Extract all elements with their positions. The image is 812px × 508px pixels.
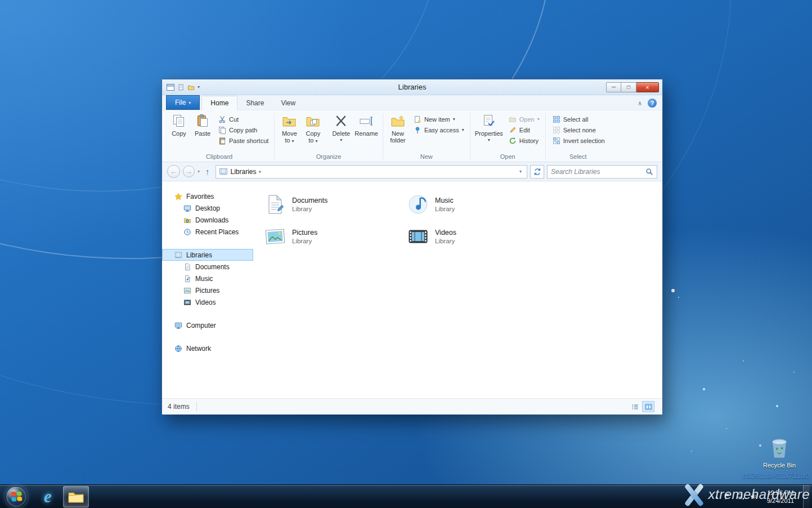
location-icon bbox=[219, 167, 228, 176]
sidebar-item-computer[interactable]: Computer bbox=[162, 319, 253, 331]
favorites-star-icon bbox=[174, 193, 182, 200]
ribbon-group-open: Properties ▾ Open ▾ E bbox=[470, 111, 545, 162]
sidebar-item-desktop[interactable]: Desktop bbox=[162, 202, 253, 214]
history-button[interactable]: History bbox=[506, 135, 542, 146]
dropdown-icon: ▾ bbox=[537, 117, 540, 122]
breadcrumb-arrow-icon[interactable]: ▸ bbox=[259, 169, 262, 174]
thumbnails-view-button[interactable] bbox=[642, 401, 654, 412]
volume-tray-icon[interactable] bbox=[750, 493, 758, 500]
qat-new-folder-icon[interactable] bbox=[187, 84, 195, 91]
paste-label: Paste bbox=[195, 130, 210, 137]
search-box[interactable] bbox=[547, 165, 657, 179]
details-view-button[interactable] bbox=[629, 401, 641, 412]
sidebar-item-favorites[interactable]: Favorites bbox=[162, 190, 253, 202]
select-all-button[interactable]: Select all bbox=[550, 114, 608, 124]
start-button[interactable] bbox=[6, 486, 27, 507]
sidebar-item-network[interactable]: Network bbox=[162, 342, 253, 354]
paste-button[interactable]: Paste bbox=[191, 112, 214, 137]
main-area: Favorites Desktop Downloads Recent Place… bbox=[162, 181, 662, 398]
copy-to-label-2: to ▾ bbox=[308, 137, 317, 145]
new-folder-button[interactable]: New folder bbox=[386, 112, 410, 144]
videos-label: Videos bbox=[195, 298, 216, 306]
open-button[interactable]: Open ▾ bbox=[506, 114, 542, 124]
nav-spacer bbox=[162, 238, 253, 249]
windows-flag-icon bbox=[11, 491, 22, 502]
properties-button[interactable]: Properties ▾ bbox=[473, 112, 505, 144]
taskbar-item-internet-explorer[interactable]: e bbox=[35, 486, 61, 507]
desktop-label: Desktop bbox=[195, 204, 220, 212]
tab-home[interactable]: Home bbox=[201, 96, 237, 110]
copy-to-button[interactable]: Copy to ▾ bbox=[301, 112, 325, 145]
sidebar-item-downloads[interactable]: Downloads bbox=[162, 214, 253, 226]
easy-access-button[interactable]: Easy access ▾ bbox=[411, 124, 467, 135]
delete-button[interactable]: Delete ▾ bbox=[329, 112, 353, 144]
library-type: Library bbox=[435, 237, 456, 245]
tab-share[interactable]: Share bbox=[237, 96, 272, 110]
edit-label: Edit bbox=[519, 127, 530, 133]
action-center-flag-icon[interactable] bbox=[724, 493, 731, 500]
hidden-icons-button[interactable]: ▴ bbox=[715, 494, 718, 500]
sidebar-item-music[interactable]: Music bbox=[162, 273, 253, 284]
recent-pages-dropdown-icon[interactable]: ▾ bbox=[198, 169, 200, 174]
network-label: Network bbox=[186, 345, 211, 353]
rename-button[interactable]: Rename bbox=[353, 112, 380, 137]
taskbar-clock[interactable]: 12:56 PM 9/24/2011 bbox=[764, 489, 797, 505]
library-tile-pictures[interactable]: Pictures Library bbox=[263, 220, 406, 252]
ribbon-group-organize: Move to ▾ Copy to ▾ Delete ▾ bbox=[275, 111, 383, 162]
cut-button[interactable]: Cut bbox=[216, 114, 271, 124]
system-tray: ▴ 12:56 PM 9/24/2011 bbox=[715, 485, 812, 508]
copy-path-button[interactable]: Copy path bbox=[216, 124, 271, 135]
refresh-button[interactable] bbox=[530, 165, 544, 179]
taskbar-item-file-explorer[interactable] bbox=[63, 486, 89, 507]
sidebar-item-videos[interactable]: Videos bbox=[162, 296, 253, 308]
breadcrumb-root[interactable]: Libraries bbox=[231, 168, 257, 176]
nav-spacer bbox=[162, 308, 253, 319]
select-none-button[interactable]: Select none bbox=[550, 124, 608, 135]
address-bar[interactable]: Libraries ▸ ▾ bbox=[216, 165, 527, 179]
recycle-bin-label: Recycle Bin bbox=[762, 462, 796, 469]
help-icon[interactable]: ? bbox=[648, 99, 657, 108]
title-bar[interactable]: Libraries ▾ ─ □ × bbox=[162, 79, 662, 95]
sidebar-item-libraries[interactable]: Libraries bbox=[162, 249, 253, 261]
copy-button[interactable]: Copy bbox=[167, 112, 191, 137]
search-input[interactable] bbox=[551, 168, 645, 176]
dropdown-icon: ▾ bbox=[453, 117, 455, 122]
maximize-button[interactable]: □ bbox=[621, 82, 636, 92]
up-button[interactable]: ↑ bbox=[203, 167, 213, 176]
recycle-bin[interactable]: Recycle Bin bbox=[762, 435, 796, 469]
select-all-label: Select all bbox=[563, 116, 589, 123]
edit-button[interactable]: Edit bbox=[506, 124, 542, 135]
ribbon-group-clipboard: Copy Paste Cut bbox=[164, 111, 274, 162]
forward-button[interactable]: → bbox=[183, 166, 195, 177]
tab-view[interactable]: View bbox=[272, 96, 304, 110]
show-desktop-button[interactable] bbox=[803, 485, 810, 508]
network-tray-icon[interactable] bbox=[737, 493, 744, 500]
sidebar-item-recent-places[interactable]: Recent Places bbox=[162, 226, 253, 238]
move-to-button[interactable]: Move to ▾ bbox=[277, 112, 301, 145]
close-button[interactable]: × bbox=[636, 82, 659, 92]
file-explorer-icon bbox=[68, 489, 84, 504]
dropdown-icon: ▾ bbox=[291, 139, 294, 144]
explorer-window-icon bbox=[166, 83, 175, 92]
library-tile-music[interactable]: Music Library bbox=[406, 188, 549, 220]
sidebar-item-pictures[interactable]: Pictures bbox=[162, 284, 253, 296]
qat-properties-icon[interactable] bbox=[178, 84, 185, 91]
new-item-button[interactable]: New item ▾ bbox=[411, 114, 467, 124]
paste-shortcut-button[interactable]: Paste shortcut bbox=[216, 135, 271, 146]
history-label: History bbox=[519, 137, 539, 144]
library-tile-videos[interactable]: Videos Library bbox=[406, 220, 549, 252]
back-button[interactable]: ← bbox=[167, 165, 180, 178]
search-icon[interactable] bbox=[645, 168, 653, 176]
item-count: 4 items bbox=[168, 403, 190, 411]
minimize-button[interactable]: ─ bbox=[606, 82, 621, 92]
library-tile-documents[interactable]: Documents Library bbox=[263, 188, 406, 220]
minimize-ribbon-icon[interactable]: ∧ bbox=[638, 100, 642, 107]
desktop-icon bbox=[183, 204, 191, 212]
tab-file[interactable]: File ▾ bbox=[166, 95, 200, 110]
qat-customize-icon[interactable]: ▾ bbox=[198, 84, 200, 90]
invert-selection-button[interactable]: Invert selection bbox=[550, 135, 608, 146]
sidebar-item-documents[interactable]: Documents bbox=[162, 261, 253, 273]
address-dropdown-icon[interactable]: ▾ bbox=[517, 169, 524, 174]
move-to-icon bbox=[282, 114, 297, 128]
copy-to-label-1: Copy bbox=[306, 130, 320, 137]
